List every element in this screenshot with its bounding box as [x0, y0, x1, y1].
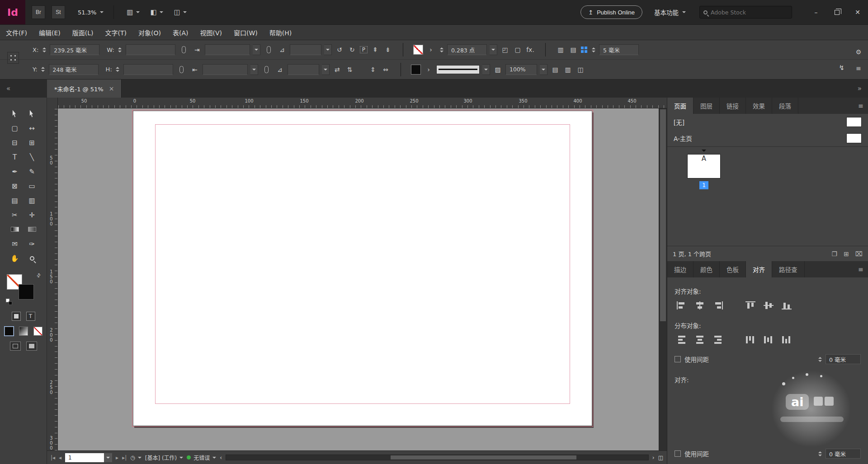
align-h-center-icon[interactable] — [693, 300, 707, 311]
master-none-row[interactable]: [无] — [667, 114, 868, 130]
next-page-icon[interactable]: ▸ — [116, 455, 118, 461]
page-1-number-badge[interactable]: 1 — [699, 181, 708, 189]
gradient-feather-tool[interactable] — [24, 222, 41, 236]
tab-路径查[interactable]: 路径查 — [772, 261, 805, 277]
reference-point-proxy[interactable] — [7, 52, 19, 64]
stroke-weight-dropdown[interactable] — [490, 44, 497, 55]
dist-top-icon[interactable] — [675, 334, 689, 345]
fill-options-chevron[interactable]: › — [426, 46, 436, 53]
scroll-right-icon[interactable]: › — [652, 455, 655, 461]
page-number-field[interactable]: 1 — [65, 453, 104, 462]
previous-page-icon[interactable]: ◂ — [59, 455, 61, 461]
constrain-dimensions-icon[interactable] — [182, 46, 186, 53]
menu-item-4[interactable]: 对象(O) — [132, 25, 167, 40]
h-stepper[interactable] — [115, 67, 121, 72]
dist-left-icon[interactable] — [743, 334, 758, 345]
rotate-ccw-icon[interactable]: ↺ — [335, 46, 344, 53]
corner-options-icon[interactable]: ◰ — [500, 46, 510, 53]
text-frame-options-icon[interactable]: ▤ — [550, 66, 560, 73]
horizontal-scrollbar-thumb[interactable] — [391, 455, 576, 459]
tab-描边[interactable]: 描边 — [667, 261, 693, 277]
tab-段落[interactable]: 段落 — [772, 98, 798, 114]
menu-item-0[interactable]: 文件(F) — [0, 25, 33, 40]
pages-toggle-icon[interactable]: ◫ — [658, 455, 663, 461]
menu-item-5[interactable]: 表(A) — [167, 25, 194, 40]
scale-x-field[interactable] — [205, 44, 250, 55]
apply-none-button[interactable] — [33, 327, 42, 336]
publish-online-button[interactable]: ↥ Publish Online — [580, 5, 642, 19]
x-stepper[interactable] — [41, 47, 47, 52]
apply-color-button[interactable] — [5, 327, 14, 336]
last-page-icon[interactable]: ▸| — [122, 455, 127, 461]
pen-tool[interactable]: ✒ — [6, 164, 24, 178]
panel-menu-icon[interactable]: ≡ — [858, 98, 863, 114]
rotate-cw-icon[interactable]: ↻ — [347, 46, 357, 53]
first-page-icon[interactable]: |◂ — [51, 455, 55, 461]
y-value-field[interactable]: 248 毫米 — [49, 64, 99, 75]
page-tool[interactable]: ▢ — [6, 121, 24, 135]
stroke-swatch[interactable] — [411, 65, 421, 75]
w-value-field[interactable] — [126, 44, 175, 55]
y-stepper[interactable] — [40, 67, 46, 72]
restore-button[interactable] — [826, 0, 847, 24]
flip-vertical-icon[interactable]: ⇅ — [345, 66, 355, 73]
constrain-scale-icon[interactable] — [267, 46, 271, 53]
fit-content-icon[interactable]: ⇥ — [192, 46, 202, 53]
note-tool[interactable]: ✉ — [6, 237, 24, 251]
shear-dropdown[interactable] — [324, 44, 332, 55]
tab-效果[interactable]: 效果 — [746, 98, 772, 114]
fit-content-v-icon[interactable]: ⇤ — [190, 66, 200, 73]
dist-h-center-icon[interactable] — [761, 334, 776, 345]
stroke-weight-stepper[interactable] — [439, 47, 444, 52]
formatting-affects-container-button[interactable] — [12, 312, 21, 321]
stroke-color-proxy[interactable] — [19, 284, 34, 300]
apply-gradient-button[interactable] — [19, 327, 28, 336]
tab-图层[interactable]: 图层 — [693, 98, 720, 114]
stroke-style-select[interactable] — [436, 65, 480, 74]
default-fill-stroke-icon[interactable] — [6, 299, 12, 305]
type-tool[interactable]: T — [6, 150, 24, 164]
spacing-stepper[interactable] — [817, 357, 823, 362]
baseline-grid-icon[interactable]: ⇔ — [381, 66, 391, 73]
constrain-dimensions-icon[interactable] — [179, 66, 184, 73]
spacing-stepper-bottom[interactable] — [817, 451, 823, 456]
align-v-center-icon[interactable] — [761, 300, 776, 311]
gutter-field[interactable]: 5 毫米 — [599, 44, 639, 55]
arrange-documents-control[interactable]: ◫ — [174, 8, 187, 16]
document-tab[interactable]: *未命名-1 @ 51% × — [47, 80, 122, 98]
align-bottom-icon[interactable] — [779, 300, 794, 311]
menu-item-7[interactable]: 窗口(W) — [228, 25, 264, 40]
panel-settings-icon[interactable]: ⚙ — [854, 48, 863, 56]
preflight-profile-select[interactable]: [基本] (工作) — [145, 454, 184, 461]
close-button[interactable]: ✕ — [847, 0, 868, 24]
fx-button[interactable]: fx. — [525, 46, 535, 53]
zoom-tool[interactable] — [24, 251, 41, 265]
page-1-thumbnail[interactable]: A — [687, 154, 721, 178]
menu-item-6[interactable]: 视图(V) — [194, 25, 228, 40]
collapse-panels-icon[interactable]: » — [858, 80, 868, 98]
scale-y-dropdown[interactable] — [250, 64, 258, 75]
object-states-icon[interactable]: ▥ — [563, 66, 573, 73]
stock-search-box[interactable] — [699, 6, 792, 19]
panel-menu-icon[interactable]: ≡ — [858, 261, 863, 277]
menu-item-3[interactable]: 文字(T) — [99, 25, 132, 40]
rotation-field[interactable] — [288, 64, 319, 75]
gradient-swatch-tool[interactable] — [6, 222, 24, 236]
master-a-thumbnail[interactable] — [846, 133, 862, 143]
frame-tool[interactable]: ⊠ — [6, 179, 24, 193]
free-transform-tool[interactable]: ✛ — [24, 208, 41, 222]
align-left-icon[interactable] — [675, 300, 689, 311]
shear-field[interactable] — [290, 44, 321, 55]
effects-box-icon[interactable]: ▢ — [513, 46, 523, 53]
quick-apply-icon[interactable]: ↯ — [839, 64, 844, 72]
stroke-options-chevron[interactable]: › — [424, 66, 434, 73]
rotation-dropdown[interactable] — [322, 64, 330, 75]
scale-y-field[interactable] — [203, 64, 248, 75]
align-top-icon[interactable] — [743, 300, 758, 311]
use-spacing-checkbox[interactable] — [675, 356, 681, 362]
ruler-corner[interactable] — [47, 98, 58, 108]
baseline-shift-icon[interactable]: ⇕ — [368, 66, 378, 73]
text-columns-icon[interactable]: ▥ — [556, 46, 566, 53]
space-below-icon[interactable]: ⇟ — [383, 46, 393, 53]
vertical-scrollbar-thumb[interactable] — [660, 109, 666, 321]
